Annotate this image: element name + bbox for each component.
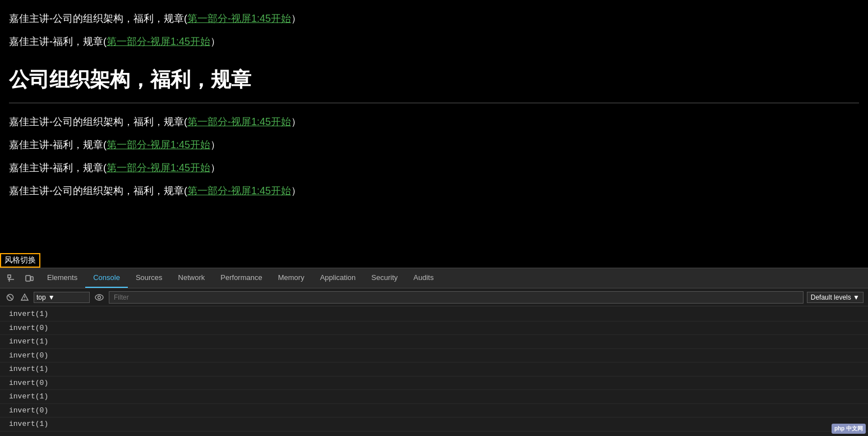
context-value: top bbox=[36, 293, 46, 301]
heading-section: 公司组织架构，福利，规章 bbox=[9, 66, 859, 94]
log-line: invert(0) bbox=[0, 322, 868, 336]
content-line: 嘉佳主讲-福利，规章(第一部分-视屏1:45开始） bbox=[9, 137, 859, 153]
tab-memory[interactable]: Memory bbox=[270, 268, 312, 288]
log-line: invert(0) bbox=[0, 404, 868, 418]
inspect-icon-button[interactable] bbox=[3, 270, 19, 286]
devtools-tabs: ElementsConsoleSourcesNetworkPerformance… bbox=[39, 268, 865, 288]
context-selector[interactable]: top ▼ bbox=[34, 292, 90, 303]
levels-label: Default levels ▼ bbox=[811, 293, 860, 301]
style-toggle-button[interactable]: 风格切换 bbox=[0, 253, 40, 268]
stop-on-exception-button[interactable] bbox=[19, 292, 30, 303]
svg-point-10 bbox=[95, 295, 103, 300]
tab-application[interactable]: Application bbox=[312, 268, 364, 288]
content-line: 嘉佳主讲-公司的组织架构，福利，规章(第一部分-视屏1:45开始） bbox=[9, 11, 859, 26]
top-lines-section: 嘉佳主讲-公司的组织架构，福利，规章(第一部分-视屏1:45开始）嘉佳主讲-福利… bbox=[9, 11, 859, 49]
section-divider bbox=[9, 103, 859, 103]
default-levels-selector[interactable]: Default levels ▼ bbox=[807, 292, 864, 303]
svg-point-9 bbox=[24, 299, 25, 299]
tab-security[interactable]: Security bbox=[363, 268, 405, 288]
log-line: invert(1) bbox=[0, 390, 868, 404]
console-toolbar: top ▼ Default levels ▼ bbox=[0, 288, 868, 306]
tab-sources[interactable]: Sources bbox=[128, 268, 170, 288]
log-line: invert(1) bbox=[0, 308, 868, 322]
content-link[interactable]: 第一部分-视屏1:45开始 bbox=[187, 185, 291, 196]
log-line: invert(0) bbox=[0, 349, 868, 363]
content-line: 嘉佳主讲-福利，规章(第一部分-视屏1:45开始） bbox=[9, 34, 859, 49]
svg-rect-0 bbox=[8, 275, 11, 278]
clear-console-button[interactable] bbox=[4, 292, 16, 303]
body-lines-section: 嘉佳主讲-公司的组织架构，福利，规章(第一部分-视屏1:45开始）嘉佳主讲-福利… bbox=[9, 114, 859, 199]
devtools-panel: ElementsConsoleSourcesNetworkPerformance… bbox=[0, 268, 868, 436]
tab-performance[interactable]: Performance bbox=[213, 268, 270, 288]
svg-line-6 bbox=[8, 295, 12, 300]
tab-audits[interactable]: Audits bbox=[405, 268, 441, 288]
content-line: 嘉佳主讲-福利，规章(第一部分-视屏1:45开始） bbox=[9, 160, 859, 176]
console-log-area: invert(1)invert(0)invert(1)invert(0)inve… bbox=[0, 306, 868, 436]
page-heading: 公司组织架构，福利，规章 bbox=[9, 66, 859, 94]
devtools-toolbar: ElementsConsoleSourcesNetworkPerformance… bbox=[0, 268, 868, 288]
log-line: invert(1) bbox=[0, 417, 868, 432]
php-logo-site: 中文网 bbox=[846, 425, 863, 432]
content-line: 嘉佳主讲-公司的组织架构，福利，规章(第一部分-视屏1:45开始） bbox=[9, 183, 859, 199]
svg-point-11 bbox=[98, 296, 101, 299]
device-toggle-button[interactable] bbox=[21, 270, 37, 286]
content-link[interactable]: 第一部分-视屏1:45开始 bbox=[107, 36, 210, 47]
log-line: invert(1) bbox=[0, 362, 868, 377]
log-line: invert(1) bbox=[0, 335, 868, 349]
svg-rect-4 bbox=[31, 277, 33, 281]
content-link[interactable]: 第一部分-视屏1:45开始 bbox=[107, 139, 210, 150]
content-link[interactable]: 第一部分-视屏1:45开始 bbox=[187, 13, 291, 24]
console-filter-input[interactable] bbox=[109, 291, 804, 304]
content-link[interactable]: 第一部分-视屏1:45开始 bbox=[187, 116, 291, 127]
svg-rect-3 bbox=[26, 276, 30, 281]
live-expressions-button[interactable] bbox=[93, 292, 105, 302]
browser-content: 嘉佳主讲-公司的组织架构，福利，规章(第一部分-视屏1:45开始）嘉佳主讲-福利… bbox=[0, 0, 868, 268]
tab-elements[interactable]: Elements bbox=[39, 268, 85, 288]
php-logo-text: php bbox=[834, 425, 844, 432]
php-logo: php 中文网 bbox=[832, 424, 866, 434]
content-line: 嘉佳主讲-公司的组织架构，福利，规章(第一部分-视屏1:45开始） bbox=[9, 114, 859, 130]
log-line: invert(0) bbox=[0, 377, 868, 391]
context-dropdown-arrow: ▼ bbox=[48, 293, 55, 301]
content-link[interactable]: 第一部分-视屏1:45开始 bbox=[107, 162, 210, 173]
tab-network[interactable]: Network bbox=[170, 268, 213, 288]
tab-console[interactable]: Console bbox=[85, 268, 128, 288]
